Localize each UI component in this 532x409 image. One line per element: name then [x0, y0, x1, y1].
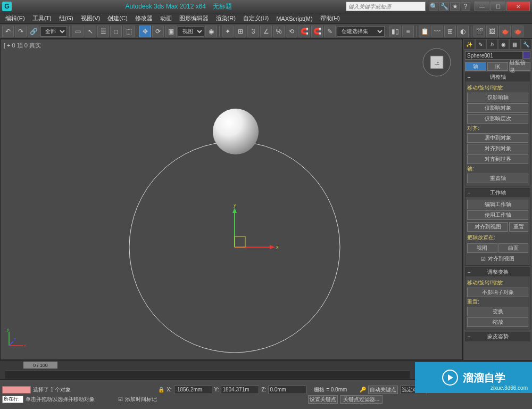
minimize-button[interactable]: —	[475, 2, 489, 11]
paintsel-icon[interactable]: ⬚	[123, 26, 135, 37]
object-name-input[interactable]	[465, 51, 523, 60]
menu-help[interactable]: 帮助(H)	[317, 13, 343, 23]
scope-select[interactable]: 全部	[40, 26, 67, 37]
close-button[interactable]: ✕	[506, 2, 530, 11]
btn-affect-pivot[interactable]: 仅影响轴	[467, 93, 528, 102]
pctsnap-icon[interactable]: %	[273, 26, 285, 37]
refcoord-select[interactable]: 视图	[178, 26, 204, 37]
viewport-label[interactable]: [ + 0 顶 0 真实	[4, 42, 41, 50]
panel-tab-create[interactable]: ✨	[463, 39, 475, 50]
panel-tab-hierarchy[interactable]: ℎ	[486, 39, 498, 50]
btn-reset-scale[interactable]: 缩放	[467, 317, 528, 327]
manip-icon[interactable]: ✦	[222, 26, 234, 37]
rendersetup-icon[interactable]: 🎬	[473, 26, 485, 37]
btn-affect-hierarchy[interactable]: 仅影响层次	[467, 114, 528, 124]
menu-maxscript[interactable]: MAXScript(M)	[273, 14, 315, 23]
btn-align-object[interactable]: 对齐到对象	[467, 144, 528, 153]
selectrect-icon[interactable]: ◻	[110, 26, 122, 37]
selection-lock[interactable]	[2, 386, 31, 394]
menu-grapheditors[interactable]: 图形编辑器	[176, 13, 212, 23]
menu-edit[interactable]: 编辑(E)	[2, 13, 28, 23]
coord-z-input[interactable]	[268, 386, 306, 394]
app-icon[interactable]: G	[2, 2, 12, 11]
move-icon[interactable]: ✥	[139, 26, 151, 37]
setkey-button[interactable]: 设置关键点	[308, 395, 338, 404]
scale-icon[interactable]: ▣	[165, 26, 177, 37]
snap-icon[interactable]: 3	[247, 26, 259, 37]
menu-group[interactable]: 组(G)	[56, 13, 77, 23]
spinner-icon[interactable]: ⟲	[286, 26, 297, 37]
sphere-object[interactable]	[213, 109, 259, 154]
align-icon[interactable]: ≡	[402, 26, 414, 37]
object-color-swatch[interactable]	[523, 51, 530, 59]
btn-reset-transform[interactable]: 变换	[467, 307, 528, 316]
btn-align-world[interactable]: 对齐到世界	[467, 154, 528, 164]
pill-linkinfo[interactable]: 链接信息	[509, 62, 530, 71]
rollout-head[interactable]: 调整轴	[466, 73, 530, 81]
star-icon[interactable]: ★	[450, 2, 460, 11]
btn-center-object[interactable]: 居中到对象	[467, 133, 528, 143]
menu-views[interactable]: 视图(V)	[78, 13, 104, 23]
rollout-head[interactable]: 蒙皮姿势	[466, 332, 530, 341]
menu-rendering[interactable]: 渲染(R)	[213, 13, 239, 23]
redo-icon[interactable]: ↷	[15, 26, 27, 37]
renderprod-icon[interactable]: 🫖	[512, 26, 523, 37]
panel-tab-utilities[interactable]: 🔧	[521, 39, 533, 50]
undo-icon[interactable]: ↶	[2, 26, 14, 37]
schematic-icon[interactable]: ⊞	[444, 26, 456, 37]
link-icon[interactable]: 🔗	[28, 26, 39, 37]
menu-modifiers[interactable]: 修改器	[132, 13, 156, 23]
help-search-input[interactable]	[346, 2, 426, 11]
btn-edit-wp[interactable]: 编辑工作轴	[467, 200, 528, 209]
selectname-icon[interactable]: ☰	[97, 26, 109, 37]
chk-alignview[interactable]: ☑对齐到视图	[467, 255, 528, 263]
rollout-head[interactable]: 工作轴	[466, 189, 530, 197]
magnet-icon[interactable]: 🧲	[298, 26, 310, 37]
track-bar[interactable]	[5, 370, 410, 379]
menu-animation[interactable]: 动画	[157, 13, 175, 23]
autokey-button[interactable]: 自动关键点	[368, 386, 398, 394]
renderframe-icon[interactable]: 🖼	[486, 26, 498, 37]
btn-reset-pivot[interactable]: 重置轴	[467, 174, 528, 183]
menu-customize[interactable]: 自定义(U)	[240, 13, 272, 23]
coord-x-input[interactable]	[174, 386, 212, 394]
rollout-head[interactable]: 调整变换	[466, 268, 530, 276]
btn-dontaffect[interactable]: 不影响子对象	[467, 288, 528, 297]
magnetopt-icon[interactable]: 🧲	[311, 26, 323, 37]
selset-select[interactable]: 创建选择集	[337, 26, 385, 37]
panel-tab-display[interactable]: ▦	[509, 39, 521, 50]
mirror-icon[interactable]: ▮▯	[389, 26, 401, 37]
curve-icon[interactable]: 〰	[431, 26, 443, 37]
keymode-icon[interactable]: ⊞	[235, 26, 246, 37]
menu-tools[interactable]: 工具(T)	[29, 13, 55, 23]
menu-create[interactable]: 创建(C)	[104, 13, 130, 23]
select-icon[interactable]: ▭	[72, 26, 84, 37]
render-icon[interactable]: 🫖	[499, 26, 511, 37]
center-icon[interactable]: ◉	[205, 26, 217, 37]
viewcube[interactable]: 上	[422, 47, 452, 77]
editsel-icon[interactable]: ✎	[324, 26, 336, 37]
search-icon[interactable]: 🔍	[429, 2, 438, 11]
addtag-label[interactable]: 添加时间标记	[125, 396, 157, 403]
btn-alignview[interactable]: 对齐到视图	[467, 222, 508, 232]
help-icon[interactable]: ?	[461, 2, 470, 11]
anglesnap-icon[interactable]: ∠	[260, 26, 272, 37]
layers-icon[interactable]: 📋	[419, 26, 430, 37]
pill-ik[interactable]: IK	[487, 62, 509, 71]
material-icon[interactable]: ◐	[457, 26, 469, 37]
btn-use-wp[interactable]: 使用工作轴	[467, 210, 528, 220]
panel-tab-motion[interactable]: ◉	[498, 39, 510, 50]
panel-tab-modify[interactable]: ✎	[475, 39, 487, 50]
pill-pivot[interactable]: 轴	[465, 62, 486, 71]
btn-affect-object[interactable]: 仅影响对象	[467, 103, 528, 113]
maximize-button[interactable]: ☐	[491, 2, 505, 11]
coord-y-input[interactable]	[221, 386, 259, 394]
btn-reset-wp[interactable]: 重置	[509, 222, 528, 232]
cursor-icon[interactable]: ↖	[85, 26, 96, 37]
btn-place-surface[interactable]: 曲面	[498, 243, 529, 253]
viewport[interactable]: [ + 0 顶 0 真实 y x 上 y x z	[0, 39, 463, 360]
tool-icon[interactable]: 🔧	[439, 2, 449, 11]
btn-place-view[interactable]: 视图	[467, 243, 497, 253]
time-slider[interactable]: 0 / 100	[23, 362, 57, 369]
keyfilter-button[interactable]: 关键点过滤器...	[340, 395, 383, 404]
